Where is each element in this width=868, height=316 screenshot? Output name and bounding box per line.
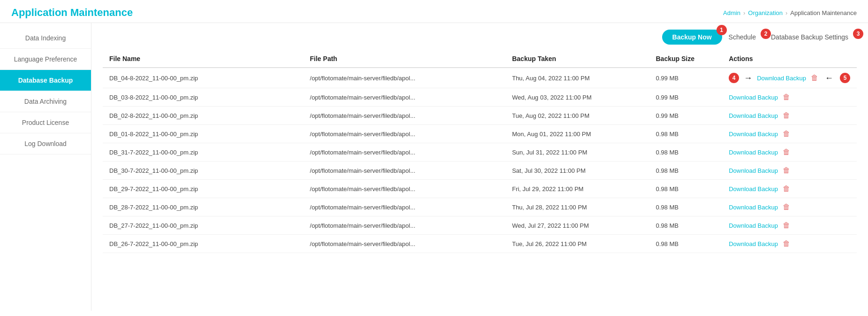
cell-actions: Download Backup🗑 xyxy=(722,235,857,253)
table-row: DB_04-8-2022_11-00-00_pm.zip/opt/flotoma… xyxy=(103,68,857,88)
actions-cell: Download Backup🗑 xyxy=(729,166,850,175)
cell-actions: Download Backup🗑 xyxy=(722,180,857,198)
annotation-badge-5: 5 xyxy=(840,73,850,83)
actions-cell: Download Backup🗑 xyxy=(729,185,850,193)
download-backup-link[interactable]: Download Backup xyxy=(757,75,806,82)
toolbar: 1 Backup Now 2 Schedule 3 Database Backu… xyxy=(103,23,857,50)
sidebar-item-product-license[interactable]: Product License xyxy=(0,112,91,133)
main-content: 1 Backup Now 2 Schedule 3 Database Backu… xyxy=(91,23,868,311)
cell-filepath: /opt/flotomate/main-server/filedb/apol..… xyxy=(303,216,506,235)
download-backup-link[interactable]: Download Backup xyxy=(729,149,778,156)
cell-filename: DB_02-8-2022_11-00-00_pm.zip xyxy=(103,107,303,125)
delete-icon[interactable]: 🗑 xyxy=(783,148,790,156)
cell-filepath: /opt/flotomate/main-server/filedb/apol..… xyxy=(303,125,506,143)
cell-backup-size: 0.98 MB xyxy=(649,235,722,253)
cell-backup-size: 0.98 MB xyxy=(649,162,722,180)
table-row: DB_28-7-2022_11-00-00_pm.zip/opt/flotoma… xyxy=(103,198,857,216)
table-row: DB_27-7-2022_11-00-00_pm.zip/opt/flotoma… xyxy=(103,216,857,235)
cell-filename: DB_29-7-2022_11-00-00_pm.zip xyxy=(103,180,303,198)
cell-filename: DB_30-7-2022_11-00-00_pm.zip xyxy=(103,162,303,180)
db-backup-settings-link[interactable]: 3 Database Backup Settings xyxy=(771,33,857,41)
cell-actions: Download Backup🗑 xyxy=(722,88,857,107)
sidebar-item-data-indexing[interactable]: Data Indexing xyxy=(0,28,91,49)
cell-actions: Download Backup🗑 xyxy=(722,107,857,125)
db-backup-settings-badge: 3 xyxy=(853,29,863,39)
breadcrumb: Admin › Organization › Application Maint… xyxy=(723,9,857,16)
cell-filename: DB_04-8-2022_11-00-00_pm.zip xyxy=(103,68,303,88)
download-backup-link[interactable]: Download Backup xyxy=(729,167,778,174)
actions-cell: Download Backup🗑 xyxy=(729,203,850,211)
page-title: Application Maintenance xyxy=(11,7,133,19)
cell-backup-size: 0.99 MB xyxy=(649,68,722,88)
page-header: Application Maintenance Admin › Organiza… xyxy=(0,0,868,23)
delete-icon[interactable]: 🗑 xyxy=(783,185,790,193)
breadcrumb-current: Application Maintenance xyxy=(790,9,857,16)
cell-backup-taken: Wed, Jul 27, 2022 11:00 PM xyxy=(506,216,649,235)
table-row: DB_30-7-2022_11-00-00_pm.zip/opt/flotoma… xyxy=(103,162,857,180)
cell-filepath: /opt/flotomate/main-server/filedb/apol..… xyxy=(303,180,506,198)
download-backup-link[interactable]: Download Backup xyxy=(729,185,778,193)
col-header-filepath: File Path xyxy=(303,50,506,68)
cell-filepath: /opt/flotomate/main-server/filedb/apol..… xyxy=(303,68,506,88)
cell-filename: DB_27-7-2022_11-00-00_pm.zip xyxy=(103,216,303,235)
sidebar: Data Indexing Language Preference Databa… xyxy=(0,23,91,311)
download-backup-link[interactable]: Download Backup xyxy=(729,222,778,229)
delete-icon[interactable]: 🗑 xyxy=(783,239,790,248)
annotation-arrow-left: ← xyxy=(825,73,833,83)
breadcrumb-organization[interactable]: Organization xyxy=(748,9,783,16)
delete-icon[interactable]: 🗑 xyxy=(783,130,790,138)
annotation-badge-4: 4 xyxy=(729,73,739,83)
cell-actions: Download Backup🗑 xyxy=(722,162,857,180)
cell-backup-taken: Mon, Aug 01, 2022 11:00 PM xyxy=(506,125,649,143)
download-backup-link[interactable]: Download Backup xyxy=(729,240,778,247)
cell-backup-taken: Sat, Jul 30, 2022 11:00 PM xyxy=(506,162,649,180)
schedule-badge: 2 xyxy=(761,29,771,39)
col-header-filename: File Name xyxy=(103,50,303,68)
cell-actions: Download Backup🗑 xyxy=(722,125,857,143)
table-row: DB_29-7-2022_11-00-00_pm.zip/opt/flotoma… xyxy=(103,180,857,198)
delete-icon[interactable]: 🗑 xyxy=(783,93,790,101)
cell-backup-size: 0.99 MB xyxy=(649,88,722,107)
sidebar-item-language-preference[interactable]: Language Preference xyxy=(0,49,91,70)
layout: Data Indexing Language Preference Databa… xyxy=(0,23,868,311)
download-backup-link[interactable]: Download Backup xyxy=(729,112,778,119)
sidebar-item-log-download[interactable]: Log Download xyxy=(0,133,91,154)
delete-icon[interactable]: 🗑 xyxy=(783,221,790,230)
cell-filepath: /opt/flotomate/main-server/filedb/apol..… xyxy=(303,143,506,162)
annotation-arrow: → xyxy=(744,73,752,83)
backup-table: File Name File Path Backup Taken Backup … xyxy=(103,50,857,253)
download-backup-link[interactable]: Download Backup xyxy=(729,94,778,101)
cell-backup-size: 0.98 MB xyxy=(649,125,722,143)
delete-icon[interactable]: 🗑 xyxy=(783,203,790,211)
breadcrumb-admin[interactable]: Admin xyxy=(723,9,740,16)
cell-filepath: /opt/flotomate/main-server/filedb/apol..… xyxy=(303,107,506,125)
cell-filename: DB_03-8-2022_11-00-00_pm.zip xyxy=(103,88,303,107)
sidebar-item-data-archiving[interactable]: Data Archiving xyxy=(0,91,91,112)
schedule-link[interactable]: 2 Schedule xyxy=(729,33,764,41)
table-row: DB_02-8-2022_11-00-00_pm.zip/opt/flotoma… xyxy=(103,107,857,125)
actions-cell: Download Backup🗑 xyxy=(729,93,850,101)
cell-actions: 4→Download Backup🗑←5 xyxy=(722,68,857,88)
cell-filepath: /opt/flotomate/main-server/filedb/apol..… xyxy=(303,198,506,216)
cell-filepath: /opt/flotomate/main-server/filedb/apol..… xyxy=(303,235,506,253)
cell-actions: Download Backup🗑 xyxy=(722,143,857,162)
sidebar-item-database-backup[interactable]: Database Backup xyxy=(0,70,91,91)
cell-backup-size: 0.98 MB xyxy=(649,216,722,235)
delete-icon[interactable]: 🗑 xyxy=(783,111,790,120)
backup-now-button[interactable]: 1 Backup Now xyxy=(662,30,722,45)
download-backup-link[interactable]: Download Backup xyxy=(729,204,778,211)
actions-cell: Download Backup🗑 xyxy=(729,130,850,138)
download-backup-link[interactable]: Download Backup xyxy=(729,131,778,138)
cell-backup-taken: Tue, Jul 26, 2022 11:00 PM xyxy=(506,235,649,253)
delete-icon[interactable]: 🗑 xyxy=(811,74,818,82)
table-row: DB_01-8-2022_11-00-00_pm.zip/opt/flotoma… xyxy=(103,125,857,143)
cell-filepath: /opt/flotomate/main-server/filedb/apol..… xyxy=(303,162,506,180)
delete-icon[interactable]: 🗑 xyxy=(783,166,790,175)
col-header-actions: Actions xyxy=(722,50,857,68)
cell-backup-taken: Thu, Jul 28, 2022 11:00 PM xyxy=(506,198,649,216)
cell-backup-size: 0.98 MB xyxy=(649,180,722,198)
cell-filename: DB_01-8-2022_11-00-00_pm.zip xyxy=(103,125,303,143)
actions-cell: Download Backup🗑 xyxy=(729,111,850,120)
cell-actions: Download Backup🗑 xyxy=(722,198,857,216)
backup-now-badge: 1 xyxy=(717,25,727,35)
